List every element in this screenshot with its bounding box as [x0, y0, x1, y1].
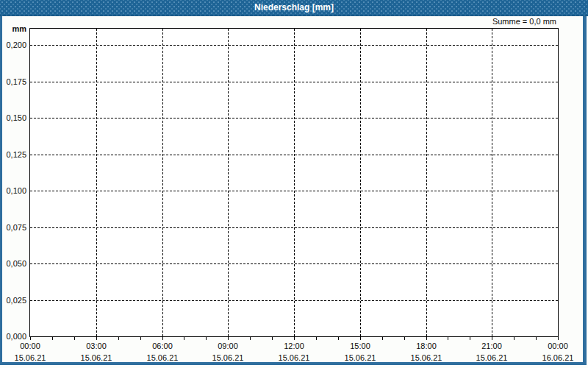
y-tick-label: 0,175	[0, 77, 26, 87]
x-axis-minor-tick	[250, 337, 251, 340]
y-tick-label: 0,125	[0, 150, 26, 160]
y-tick-label: 0,000	[0, 332, 26, 342]
x-tick-date-label: 15.06.21	[334, 353, 386, 363]
x-tick-time-label: 00:00	[4, 342, 56, 351]
x-tick-date-label: 15.06.21	[202, 353, 254, 363]
x-tick-date-label: 15.06.21	[71, 353, 122, 363]
plot-area	[29, 28, 559, 337]
x-axis-minor-tick	[140, 337, 141, 340]
x-axis-minor-tick	[30, 337, 31, 340]
x-tick-date-label: 15.06.21	[4, 353, 56, 363]
x-axis-minor-tick	[338, 337, 339, 340]
x-gridline	[426, 29, 427, 336]
x-axis-minor-tick	[448, 337, 448, 340]
x-tick-time-label: 15:00	[334, 342, 386, 351]
x-axis-minor-tick	[536, 337, 537, 340]
x-axis-minor-tick	[74, 337, 75, 340]
y-axis-unit-label: mm	[0, 24, 26, 33]
x-tick-time-label: 12:00	[268, 342, 320, 351]
x-gridline	[228, 29, 229, 336]
x-axis-minor-tick	[96, 337, 97, 340]
x-gridline	[492, 29, 492, 336]
chart-title-bar: Niederschlag [mm]	[0, 0, 588, 16]
x-axis-minor-tick	[184, 337, 184, 340]
x-axis-minor-tick	[426, 337, 427, 340]
x-gridline	[294, 29, 295, 336]
y-tick-label: 0,200	[0, 40, 26, 50]
x-axis-minor-tick	[228, 337, 229, 340]
x-axis-minor-tick	[492, 337, 492, 340]
x-tick-date-label: 16.06.21	[532, 353, 584, 363]
x-axis-minor-tick	[360, 337, 361, 340]
window-frame-right	[583, 16, 587, 365]
x-tick-time-label: 21:00	[466, 342, 517, 351]
y-tick-label: 0,075	[0, 223, 26, 233]
y-tick-label: 0,050	[0, 259, 26, 269]
x-axis-minor-tick	[470, 337, 470, 340]
x-gridline	[162, 29, 163, 336]
y-tick-label: 0,025	[0, 296, 26, 305]
y-tick-label: 0,150	[0, 113, 26, 123]
chart-title: Niederschlag [mm]	[254, 2, 334, 13]
x-tick-date-label: 15.06.21	[268, 353, 320, 363]
x-axis-minor-tick	[272, 337, 273, 340]
x-axis-minor-tick	[206, 337, 207, 340]
x-tick-date-label: 15.06.21	[137, 353, 188, 363]
x-axis-minor-tick	[382, 337, 383, 340]
x-tick-date-label: 15.06.21	[401, 353, 452, 363]
x-axis-minor-tick	[558, 337, 559, 340]
x-tick-time-label: 09:00	[202, 342, 254, 351]
x-axis-minor-tick	[162, 337, 163, 340]
x-axis-minor-tick	[52, 337, 53, 340]
x-axis-minor-tick	[316, 337, 317, 340]
x-tick-time-label: 06:00	[137, 342, 188, 351]
x-tick-date-label: 15.06.21	[466, 353, 517, 363]
x-tick-time-label: 03:00	[71, 342, 122, 351]
x-tick-time-label: 18:00	[401, 342, 452, 351]
y-tick-label: 0,100	[0, 186, 26, 196]
x-gridline	[96, 29, 97, 336]
sum-label: Summe = 0,0 mm	[409, 17, 556, 26]
x-axis-minor-tick	[118, 337, 119, 340]
x-axis-minor-tick	[514, 337, 514, 340]
x-tick-time-label: 00:00	[532, 342, 584, 351]
x-axis-minor-tick	[404, 337, 405, 340]
x-gridline	[360, 29, 361, 336]
x-axis-minor-tick	[294, 337, 295, 340]
chart-window: Niederschlag [mm] Summe = 0,0 mm mm 0,20…	[0, 0, 588, 368]
